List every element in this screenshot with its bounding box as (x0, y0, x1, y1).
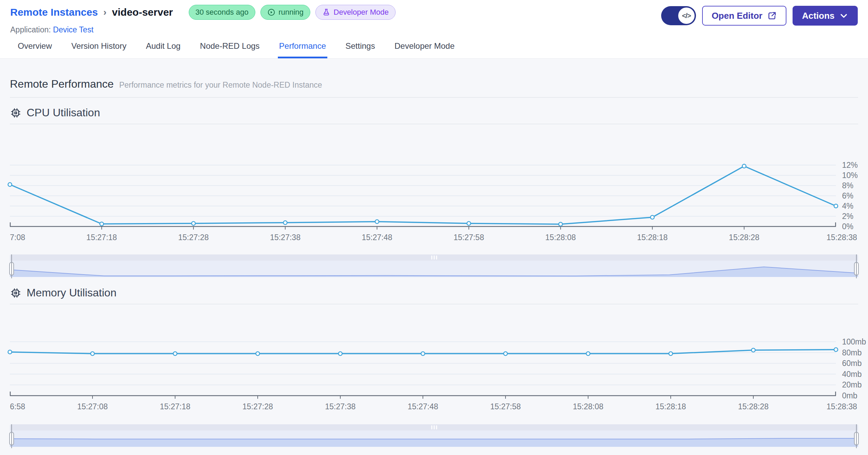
drag-grip-icon[interactable] (431, 255, 437, 260)
play-circle-icon (267, 8, 275, 16)
cpu-chart-title: CPU Utilisation (27, 106, 100, 119)
breadcrumb-separator: › (103, 7, 106, 18)
developer-mode-text: Developer Mode (333, 8, 388, 17)
svg-text:15:28:38: 15:28:38 (826, 402, 857, 411)
page-subtitle: Performance metrics for your Remote Node… (119, 80, 322, 90)
svg-text:6%: 6% (842, 191, 853, 200)
svg-text:20mb: 20mb (842, 380, 862, 389)
memory-chip-icon (10, 287, 22, 299)
application-link[interactable]: Device Test (53, 25, 93, 34)
developer-mode-badge: Developer Mode (315, 5, 395, 20)
svg-text:15:27:08: 15:27:08 (77, 402, 108, 411)
flask-icon (322, 8, 330, 16)
svg-text:15:27:28: 15:27:28 (178, 233, 209, 242)
memory-brush-handle-right[interactable] (854, 432, 859, 445)
svg-text:15:28:08: 15:28:08 (545, 233, 576, 242)
chevron-down-icon (839, 11, 848, 20)
memory-range-selector[interactable] (10, 424, 858, 447)
svg-text:15:27:38: 15:27:38 (325, 402, 356, 411)
performance-panel: Remote Performance Performance metrics f… (0, 59, 868, 455)
breadcrumb-remote-instances-link[interactable]: Remote Instances (10, 6, 98, 18)
divider (10, 97, 858, 98)
svg-text:15:27:58: 15:27:58 (454, 233, 484, 242)
svg-text:15:28:28: 15:28:28 (729, 233, 759, 242)
memory-brush-strip[interactable] (10, 424, 858, 430)
svg-text:40mb: 40mb (842, 370, 862, 379)
svg-text:15:28:18: 15:28:18 (637, 233, 668, 242)
svg-text:8%: 8% (842, 181, 853, 190)
memory-section-header: Memory Utilisation (10, 287, 858, 299)
page-header: Remote Instances › video-server 30 secon… (0, 0, 868, 34)
header-controls: </> Open Editor Actions (661, 6, 858, 26)
tab-audit-log[interactable]: Audit Log (146, 34, 180, 58)
svg-text:80mb: 80mb (842, 348, 862, 357)
open-editor-label: Open Editor (712, 11, 763, 21)
application-row: Application: Device Test (10, 25, 396, 34)
instance-tabbar: Overview Version History Audit Log Node-… (0, 34, 868, 59)
drag-grip-icon[interactable] (431, 425, 437, 429)
page-title: Remote Performance (10, 78, 114, 90)
svg-text:15:27:58: 15:27:58 (490, 402, 521, 411)
developer-mode-toggle[interactable]: </> (661, 6, 696, 25)
svg-text:15:28:38: 15:28:38 (826, 233, 857, 242)
svg-text:4%: 4% (842, 202, 853, 210)
memory-brush-minichart (10, 430, 858, 447)
svg-text:2%: 2% (842, 212, 853, 221)
svg-text:0mb: 0mb (842, 391, 857, 400)
svg-text:7:08: 7:08 (10, 233, 25, 242)
cpu-chip-icon (10, 107, 22, 119)
actions-button[interactable]: Actions (793, 6, 858, 26)
svg-text:15:27:48: 15:27:48 (408, 402, 438, 411)
cpu-chart: 0%2%4%6%8%10%12%7:0815:27:1815:27:2815:2… (10, 124, 858, 244)
svg-text:15:27:18: 15:27:18 (160, 402, 190, 411)
svg-text:15:28:08: 15:28:08 (573, 402, 603, 411)
tab-developer-mode[interactable]: Developer Mode (395, 34, 455, 58)
svg-text:15:27:48: 15:27:48 (362, 233, 393, 242)
svg-text:12%: 12% (842, 161, 858, 170)
memory-chart: 0mb20mb40mb60mb80mb100mb6:5815:27:0815:2… (10, 304, 858, 414)
status-text: running (279, 8, 303, 17)
svg-text:15:28:28: 15:28:28 (738, 402, 769, 411)
open-editor-button[interactable]: Open Editor (702, 6, 786, 26)
last-seen-badge: 30 seconds ago (189, 5, 255, 20)
tab-overview[interactable]: Overview (18, 34, 52, 58)
svg-text:100mb: 100mb (842, 337, 866, 346)
code-icon: </> (678, 8, 695, 24)
cpu-brush-strip[interactable] (10, 254, 858, 261)
section-header: Remote Performance Performance metrics f… (10, 59, 858, 90)
cpu-section-header: CPU Utilisation (10, 106, 858, 119)
application-label: Application: (10, 25, 51, 34)
tab-performance[interactable]: Performance (279, 34, 326, 58)
cpu-brush-handle-left[interactable] (9, 262, 14, 276)
actions-label: Actions (802, 11, 835, 21)
instance-name: video-server (112, 6, 173, 18)
status-badge: running (260, 5, 310, 20)
cpu-range-selector[interactable] (10, 254, 858, 277)
svg-text:0%: 0% (842, 222, 853, 231)
external-link-icon (767, 11, 777, 20)
tab-version-history[interactable]: Version History (71, 34, 126, 58)
tab-node-red-logs[interactable]: Node-RED Logs (200, 34, 260, 58)
tab-settings[interactable]: Settings (345, 34, 375, 58)
memory-brush-handle-left[interactable] (9, 432, 14, 445)
svg-text:15:27:38: 15:27:38 (270, 233, 301, 242)
memory-chart-title: Memory Utilisation (27, 287, 116, 299)
cpu-brush-handle-right[interactable] (854, 262, 859, 276)
svg-text:6:58: 6:58 (10, 402, 25, 411)
cpu-brush-minichart (10, 261, 858, 277)
svg-text:15:28:18: 15:28:18 (655, 402, 686, 411)
breadcrumb: Remote Instances › video-server 30 secon… (10, 5, 396, 20)
svg-text:10%: 10% (842, 171, 858, 180)
svg-text:15:27:28: 15:27:28 (242, 402, 273, 411)
svg-text:60mb: 60mb (842, 359, 862, 368)
last-seen-text: 30 seconds ago (196, 8, 248, 17)
svg-text:15:27:18: 15:27:18 (86, 233, 117, 242)
